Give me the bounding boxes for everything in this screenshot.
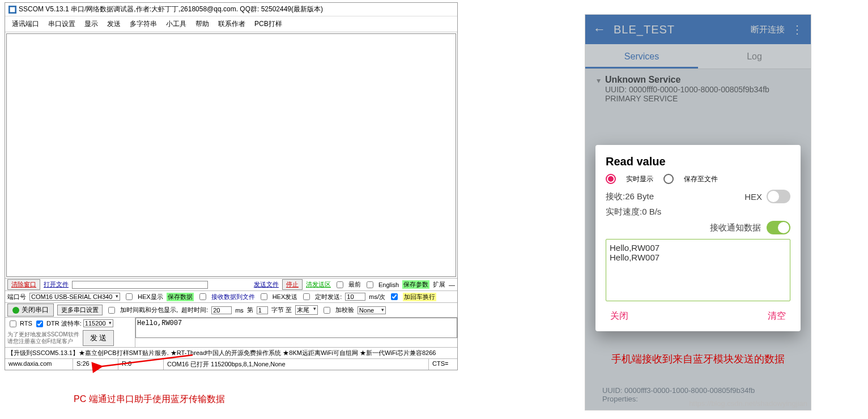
speed-row: 实时速度:0 B/s: [606, 207, 790, 217]
status-site: www.daxia.com: [5, 359, 73, 370]
receive-box[interactable]: Hello,RW007 Hello,RW007: [606, 239, 790, 301]
more-settings-button[interactable]: 更多串口设置: [57, 305, 103, 315]
english-label: English: [378, 281, 399, 288]
app-icon: [8, 6, 16, 14]
dialog-actions: 关闭 清空: [606, 308, 790, 324]
close-port-button[interactable]: 关闭串口: [7, 303, 54, 317]
ad-row: 【升级到SSCOM5.13.1】★嘉立创PCB打样SMT贴片服务. ★RT-Th…: [5, 347, 457, 358]
timed-send-label: 定时发送:: [315, 293, 342, 301]
baud-label: 波特率:: [61, 320, 82, 327]
recv-to-file-label: 接收数据到文件: [211, 293, 255, 301]
timeout-label: 超时时间:: [181, 306, 208, 314]
tail-dropdown[interactable]: 末尾: [295, 305, 318, 315]
menu-multistring[interactable]: 多字符串: [126, 18, 160, 30]
file-path-input[interactable]: [72, 281, 208, 289]
hex-toggle[interactable]: [767, 190, 790, 203]
notify-toggle[interactable]: [767, 221, 790, 234]
toolbar-row-2: 端口号 COM16 USB-SERIAL CH340 HEX显示 保存数据 接收…: [5, 290, 457, 302]
status-cts: CTS=: [429, 359, 457, 370]
add-check-label: 加校验: [335, 306, 354, 314]
status-conn: COM16 已打开 115200bps,8,1,None,None: [164, 359, 429, 370]
radio-realtime[interactable]: [606, 174, 616, 184]
hex-show-checkbox[interactable]: [126, 293, 133, 300]
baud-dropdown[interactable]: 115200: [83, 319, 113, 327]
topmost-checkbox[interactable]: [337, 281, 343, 288]
hex-label: HEX: [744, 192, 762, 202]
radio-realtime-label: 实时显示: [626, 174, 653, 184]
status-s: S:26: [73, 359, 118, 370]
send-button[interactable]: 发 送: [83, 330, 114, 346]
byte-no-label: 第: [247, 306, 253, 314]
bytes-to-label: 字节 至: [271, 306, 292, 314]
hex-show-label: HEX显示: [138, 293, 163, 301]
timeout-input[interactable]: [211, 306, 232, 314]
save-data-button[interactable]: 保存数据: [167, 293, 194, 301]
dialog-clear-button[interactable]: 清空: [763, 308, 790, 324]
timestamp-label: 加时间戳和分包显示,: [120, 306, 178, 314]
byte-no-input[interactable]: [257, 306, 268, 314]
clear-send-button[interactable]: 清发送区: [306, 280, 331, 289]
notify-row: 接收通知数据: [606, 221, 790, 234]
close-port-label: 关闭串口: [22, 305, 49, 315]
sscom-window: SSCOM V5.13.1 串口/网络数据调试器,作者:大虾丁丁,2618058…: [5, 2, 458, 370]
interval-input[interactable]: [345, 293, 365, 301]
timeout-unit: ms: [235, 307, 244, 314]
send-left-panel: RTS DTR 波特率: 115200 为了更好地发展SSCOM软件 请您注册嘉…: [5, 318, 135, 347]
dtr-checkbox[interactable]: [36, 320, 43, 327]
pc-caption: PC 端通过串口助手使用蓝牙传输数据: [74, 394, 225, 405]
send-file-button[interactable]: 发送文件: [254, 280, 279, 289]
open-file-button[interactable]: 打开文件: [44, 280, 69, 289]
receive-console[interactable]: [6, 33, 456, 277]
toolbar-row-3: 关闭串口 更多串口设置 加时间戳和分包显示, 超时时间: ms 第 字节 至 末…: [5, 302, 457, 317]
crlf-label: 加回车换行: [403, 293, 436, 301]
check-type-dropdown[interactable]: None: [358, 306, 386, 314]
menu-serial-settings[interactable]: 串口设置: [45, 18, 79, 30]
rts-checkbox[interactable]: [10, 320, 16, 327]
char-uuid-row: UUID: 0000fff3-0000-1000-8000-00805f9b34…: [602, 386, 799, 395]
port-status-icon: [12, 307, 19, 314]
menu-port[interactable]: 通讯端口: [8, 18, 42, 30]
menu-tools[interactable]: 小工具: [163, 18, 190, 30]
toolbar-row-1: 清除窗口 打开文件 发送文件 停止 清发送区 最前 English 保存参数 扩…: [5, 278, 457, 290]
title-bar: SSCOM V5.13.1 串口/网络数据调试器,作者:大虾丁丁,2618058…: [5, 3, 457, 16]
menu-contact[interactable]: 联系作者: [215, 18, 249, 30]
send-right-panel: Hello,RW007: [135, 318, 457, 347]
radio-save-label: 保存至文件: [684, 174, 718, 184]
dialog-close-button[interactable]: 关闭: [606, 308, 633, 324]
save-param-button[interactable]: 保存参数: [402, 280, 429, 289]
promo-text: 为了更好地发展SSCOM软件 请您注册嘉立创F结尾客户: [7, 331, 79, 345]
menu-help[interactable]: 帮助: [192, 18, 212, 30]
menu-send[interactable]: 发送: [104, 18, 124, 30]
watermark: https://blog.csdn.net/shadowyingjian: [689, 399, 807, 408]
notify-label: 接收通知数据: [710, 223, 761, 233]
menu-pcb[interactable]: PCB打样: [251, 18, 286, 30]
stop-button[interactable]: 停止: [282, 279, 303, 290]
timestamp-checkbox[interactable]: [108, 307, 115, 314]
rts-label: RTS: [20, 320, 32, 327]
extend-dash: —: [449, 281, 455, 288]
port-dropdown[interactable]: COM16 USB-SERIAL CH340: [29, 293, 120, 301]
extend-button[interactable]: 扩展: [433, 280, 445, 289]
hex-send-checkbox[interactable]: [261, 293, 267, 300]
dialog-title: Read value: [606, 155, 790, 168]
recv-label: 接收:26 Byte: [606, 191, 654, 202]
interval-unit: ms/次: [369, 293, 385, 301]
status-bar: www.daxia.com S:26 R:0 COM16 已打开 115200b…: [5, 358, 457, 370]
dtr-label: DTR: [46, 320, 59, 327]
phone-screen: ← BLE_TEST 断开连接 ⋮ Services Log ▾ Unknown…: [585, 14, 811, 411]
recv-row: 接收:26 Byte HEX: [606, 190, 790, 203]
radio-save[interactable]: [663, 174, 674, 184]
clear-window-button[interactable]: 清除窗口: [7, 279, 40, 290]
topmost-label: 最前: [348, 280, 361, 289]
add-check-checkbox[interactable]: [324, 307, 330, 314]
crlf-checkbox[interactable]: [391, 293, 398, 300]
recv-to-file-checkbox[interactable]: [199, 293, 206, 300]
english-checkbox[interactable]: [367, 281, 373, 288]
send-input[interactable]: Hello,RW007: [135, 318, 457, 338]
timed-send-checkbox[interactable]: [303, 293, 310, 300]
radio-row: 实时显示 保存至文件: [606, 174, 790, 184]
menu-display[interactable]: 显示: [81, 18, 101, 30]
hex-send-label: HEX发送: [273, 293, 298, 301]
speed-label: 实时速度:0 B/s: [606, 207, 661, 217]
port-label: 端口号: [7, 293, 26, 301]
